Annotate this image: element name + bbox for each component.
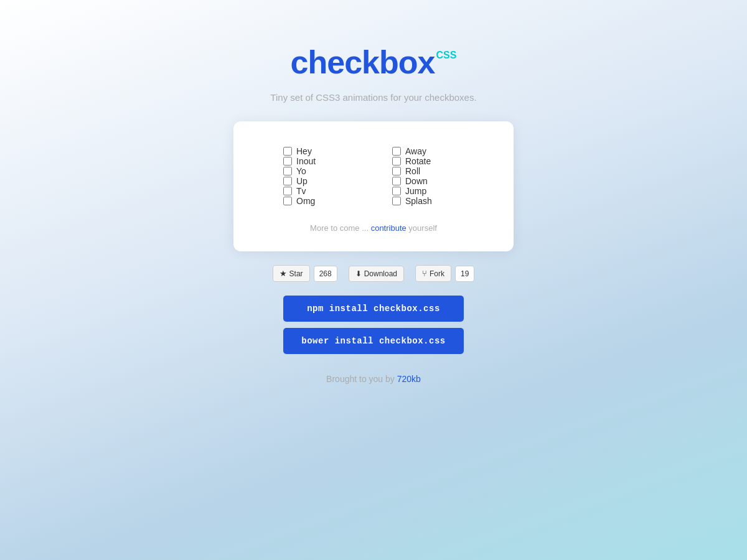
- checkbox-input[interactable]: [392, 157, 401, 166]
- checkbox-label: Tv: [296, 186, 306, 196]
- more-text-after: yourself: [406, 223, 437, 233]
- checkbox-label: Up: [296, 176, 308, 186]
- download-icon: [355, 269, 362, 278]
- checkbox-grid: HeyInoutYoUpTvOmg AwayRotateRollDownJump…: [283, 146, 464, 206]
- fork-button[interactable]: Fork: [415, 265, 451, 282]
- checkbox-item[interactable]: Splash: [392, 196, 464, 206]
- checkbox-input[interactable]: [283, 167, 292, 175]
- checkbox-label: Splash: [405, 196, 432, 206]
- star-button[interactable]: Star: [273, 265, 310, 282]
- checkbox-item[interactable]: Yo: [283, 166, 355, 176]
- more-text: More to come ... contribute yourself: [283, 223, 464, 233]
- footer-link[interactable]: 720kb: [397, 374, 421, 384]
- checkbox-label: Down: [405, 176, 428, 186]
- checkbox-label: Inout: [296, 156, 316, 166]
- contribute-link[interactable]: contribute: [371, 223, 406, 233]
- star-label: Star: [289, 269, 303, 278]
- logo-container: checkbox CSS: [291, 44, 457, 81]
- checkbox-item[interactable]: Away: [392, 146, 464, 156]
- checkbox-label: Rotate: [405, 156, 431, 166]
- checkbox-label: Hey: [296, 146, 312, 156]
- subtitle: Tiny set of CSS3 animations for your che…: [270, 92, 476, 103]
- checkbox-card: HeyInoutYoUpTvOmg AwayRotateRollDownJump…: [233, 121, 514, 251]
- buttons-row: Star 268 Download Fork 19: [273, 265, 475, 282]
- left-checkboxes: HeyInoutYoUpTvOmg: [283, 146, 355, 206]
- logo-main: checkbox: [291, 44, 435, 81]
- checkbox-input[interactable]: [392, 147, 401, 156]
- checkbox-input[interactable]: [392, 197, 401, 205]
- checkbox-item[interactable]: Hey: [283, 146, 355, 156]
- checkbox-item[interactable]: Inout: [283, 156, 355, 166]
- right-checkboxes: AwayRotateRollDownJumpSplash: [392, 146, 464, 206]
- checkbox-input[interactable]: [392, 187, 401, 195]
- fork-icon: [422, 269, 427, 278]
- checkbox-label: Yo: [296, 166, 306, 176]
- checkbox-input[interactable]: [283, 157, 292, 166]
- checkbox-item[interactable]: Omg: [283, 196, 355, 206]
- star-count: 268: [314, 266, 337, 282]
- checkbox-item[interactable]: Up: [283, 176, 355, 186]
- fork-label: Fork: [430, 269, 444, 278]
- checkbox-input[interactable]: [283, 177, 292, 185]
- checkbox-item[interactable]: Rotate: [392, 156, 464, 166]
- footer: Brought to you by 720kb: [326, 374, 421, 384]
- checkbox-input[interactable]: [392, 167, 401, 175]
- footer-text-before: Brought to you by: [326, 374, 397, 384]
- checkbox-item[interactable]: Roll: [392, 166, 464, 176]
- logo-sup: CSS: [436, 50, 456, 61]
- checkbox-label: Omg: [296, 196, 315, 206]
- star-icon: [280, 269, 287, 278]
- checkbox-input[interactable]: [392, 177, 401, 185]
- checkbox-item[interactable]: Down: [392, 176, 464, 186]
- checkbox-label: Jump: [405, 186, 426, 196]
- bower-install-button[interactable]: bower install checkbox.css: [283, 328, 464, 354]
- checkbox-item[interactable]: Tv: [283, 186, 355, 196]
- checkbox-label: Away: [405, 146, 426, 156]
- checkbox-input[interactable]: [283, 197, 292, 205]
- fork-count: 19: [455, 266, 474, 282]
- more-text-before: More to come ...: [310, 223, 371, 233]
- checkbox-input[interactable]: [283, 147, 292, 156]
- npm-install-button[interactable]: npm install checkbox.css: [283, 296, 464, 322]
- download-label: Download: [364, 269, 397, 278]
- checkbox-item[interactable]: Jump: [392, 186, 464, 196]
- download-button[interactable]: Download: [349, 266, 404, 282]
- checkbox-input[interactable]: [283, 187, 292, 195]
- checkbox-label: Roll: [405, 166, 420, 176]
